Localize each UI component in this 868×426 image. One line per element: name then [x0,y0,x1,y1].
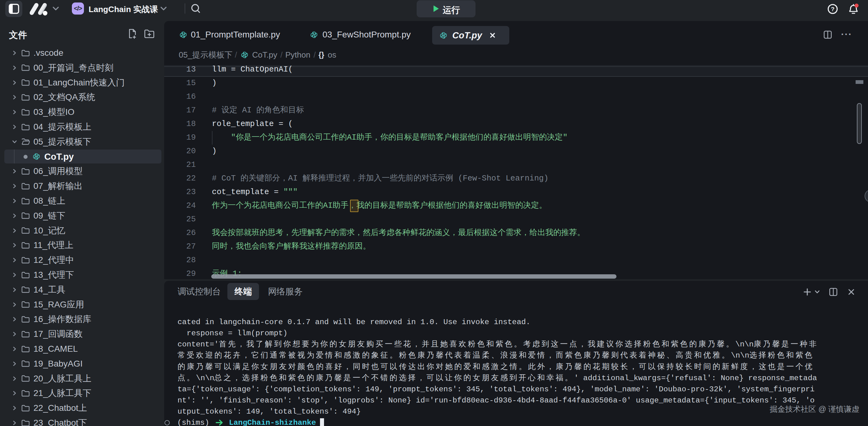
svg-text:?: ? [831,6,835,12]
